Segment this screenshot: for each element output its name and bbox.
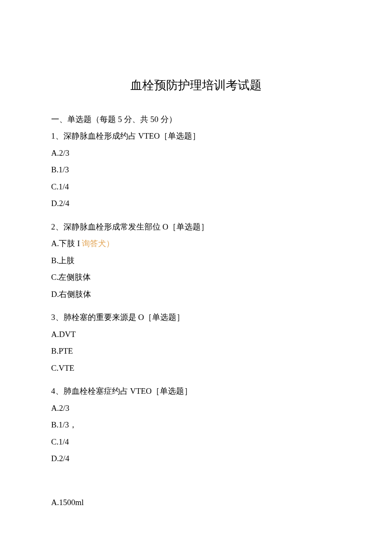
section-header: 一、单选题（每题 5 分、共 50 分） [51,113,341,126]
question-text: 1、深静脉血栓形成约占 VTEO［单选题］ [51,130,341,142]
option-b: B.上肢 [51,255,341,267]
question-text: 2、深静脉血栓形成常发生部位 O［单选题］ [51,221,341,233]
question-text: 3、肺栓塞的重要来源是 O［单选题］ [51,311,341,324]
option-a: A.下肢 I 询答犬） [51,238,341,250]
option-prefix: A.下肢 I [51,239,82,248]
option-b: B.1/3 [51,164,341,176]
option-b: B.PTE [51,345,341,357]
option-c: C.1/4 [51,181,341,193]
option-a: A.2/3 [51,402,341,415]
option-a: A.2/3 [51,147,341,160]
option-b: B.1/3， [51,419,341,431]
page-title: 血栓预防护理培训考试题 [51,76,341,94]
question-block-partial: A.1500ml [51,497,341,509]
question-block: 2、深静脉血栓形成常发生部位 O［单选题］ A.下肢 I 询答犬） B.上肢 C… [51,221,341,301]
option-c: C.左侧肢体 [51,271,341,284]
exam-page: 血栓预防护理培训考试题 一、单选题（每题 5 分、共 50 分） 1、深静脉血栓… [0,0,392,555]
option-c: C.1/4 [51,436,341,448]
question-text: 4、肺血栓栓塞症约占 VTEO［单选题］ [51,385,341,398]
question-block: 3、肺栓塞的重要来源是 O［单选题］ A.DVT B.PTE C.VTE [51,311,341,374]
answer-marker: 询答犬） [82,239,114,248]
question-block: 4、肺血栓栓塞症约占 VTEO［单选题］ A.2/3 B.1/3， C.1/4 … [51,385,341,465]
option-a: A.1500ml [51,497,341,509]
option-d: D.2/4 [51,453,341,465]
option-a: A.DVT [51,328,341,341]
question-block: 1、深静脉血栓形成约占 VTEO［单选题］ A.2/3 B.1/3 C.1/4 … [51,130,341,210]
option-d: D.右侧肢体 [51,288,341,301]
option-c: C.VTE [51,362,341,375]
option-d: D.2/4 [51,198,341,210]
